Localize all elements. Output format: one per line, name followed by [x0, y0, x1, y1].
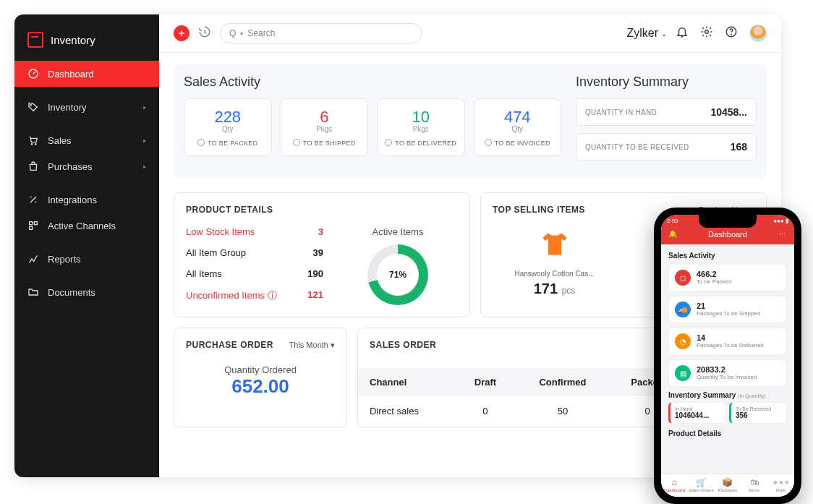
gear-icon[interactable]: [700, 25, 713, 41]
po-label: Quantity Ordered: [186, 364, 335, 375]
sa-card-invoiced[interactable]: 474 Qty TO BE INVOICED: [474, 98, 562, 156]
mobile-sa-value: 21: [697, 302, 760, 310]
svg-point-7: [705, 30, 709, 34]
sa-card-packed[interactable]: 228 Qty TO BE PACKED: [184, 98, 272, 156]
bell-icon[interactable]: 🔔: [668, 230, 677, 238]
package-icon: 📦: [715, 477, 741, 487]
history-icon[interactable]: [198, 25, 211, 41]
top-selling-title: TOP SELLING ITEMS: [493, 205, 585, 215]
sidebar-item-purchases[interactable]: Purchases ▸: [14, 153, 159, 179]
sidebar-item-reports[interactable]: Reports: [14, 246, 159, 272]
sidebar-item-inventory[interactable]: Inventory ▸: [14, 94, 159, 120]
po-value: 652.00: [186, 375, 335, 398]
product-image-icon: [493, 225, 616, 265]
folder-icon: [27, 286, 39, 298]
chevron-right-icon: ▸: [143, 137, 146, 144]
sidebar-item-label: Integrations: [48, 195, 97, 205]
mobile-nav-sales-orders[interactable]: 🛒Sales Orders: [688, 477, 715, 492]
mobile-sa-card-shipped[interactable]: 🚚 21 Packages To be Shipped: [668, 296, 787, 323]
mobile-time: 2:59: [667, 218, 678, 224]
mobile-inv-value: 356: [736, 411, 782, 419]
product-unit: pcs: [562, 286, 576, 296]
mobile-sa-card-invoiced[interactable]: ▤ 20833.2 Quantity To be Invoiced: [668, 359, 787, 387]
mobile-inv-title: Inventory Summary (In Quantity): [668, 391, 787, 399]
cart-icon: [27, 134, 39, 146]
donut-chart: 71%: [367, 244, 428, 305]
sales-activity-cards: 228 Qty TO BE PACKED 6 Pkgs TO BE SHIPPE…: [184, 98, 561, 156]
active-items-label: Active Items: [338, 226, 458, 237]
product-count: 171 pcs: [493, 281, 616, 297]
mobile-sa-value: 20833.2: [697, 366, 757, 374]
signal-icon: ●●● ▮: [773, 218, 788, 224]
quick-create-button[interactable]: +: [174, 25, 190, 41]
mobile-sa-card-delivered[interactable]: ◔ 14 Packages To be Delivered: [668, 328, 787, 355]
sa-value: 474: [479, 108, 557, 127]
mobile-sa-value: 466.2: [697, 270, 731, 278]
chevron-right-icon: ▸: [143, 163, 146, 170]
bell-icon[interactable]: [676, 25, 689, 41]
cell-confirmed: 50: [516, 396, 610, 427]
channels-icon: [27, 220, 39, 231]
check-circle-icon: [197, 139, 205, 146]
sidebar-nav: Dashboard Inventory ▸ Sales ▸ Purchases …: [14, 61, 159, 305]
avatar[interactable]: [749, 25, 767, 42]
sidebar-item-documents[interactable]: Documents: [14, 279, 159, 305]
sa-label: TO BE INVOICED: [479, 139, 557, 147]
sidebar-item-sales[interactable]: Sales ▸: [14, 127, 159, 153]
search-input[interactable]: Q ▾ Search: [220, 23, 422, 43]
inv-label: QUANTITY IN HAND: [585, 108, 657, 116]
pd-stat-low-stock[interactable]: Low Stock Items 3: [186, 226, 323, 237]
clock-icon: ◔: [675, 333, 691, 349]
svg-rect-6: [30, 226, 33, 229]
mobile-nav-items[interactable]: 🛍Items: [741, 477, 767, 492]
sa-card-shipped[interactable]: 6 Pkgs TO BE SHIPPED: [281, 98, 369, 156]
sidebar-item-dashboard[interactable]: Dashboard: [14, 61, 159, 87]
sidebar-item-active-channels[interactable]: Active Channels: [14, 213, 159, 239]
product-details-card: PRODUCT DETAILS Low Stock Items 3 All It…: [174, 192, 470, 317]
pd-stat-all-items[interactable]: All Items 190: [186, 268, 323, 279]
home-icon: ⌂: [661, 477, 688, 487]
sidebar-item-integrations[interactable]: Integrations: [14, 187, 159, 213]
top-selling-item[interactable]: Hanswooly Cotton Cas... 171 pcs: [493, 225, 616, 297]
col-channel: Channel: [358, 370, 455, 396]
sidebar-item-label: Purchases: [48, 161, 92, 172]
sa-unit: Pkgs: [286, 125, 364, 133]
sa-unit: Qty: [189, 125, 267, 133]
mobile-preview: 2:59 ●●● ▮ 🔔 Dashboard ⋯ Sales Activity …: [654, 208, 801, 504]
donut-value: 71%: [377, 254, 419, 296]
help-icon[interactable]: [725, 25, 738, 41]
mobile-screen: 2:59 ●●● ▮ 🔔 Dashboard ⋯ Sales Activity …: [661, 215, 794, 497]
org-switcher[interactable]: Zylker ⌄: [626, 27, 667, 40]
inv-value: 10458...: [710, 106, 747, 118]
caret-down-icon: ▾: [331, 341, 335, 349]
mobile-nav-more[interactable]: ∘∘∘More: [767, 477, 794, 492]
pd-value: 190: [307, 268, 323, 279]
product-name: Hanswooly Cotton Cas...: [493, 270, 616, 278]
active-items-chart: Active Items 71%: [338, 226, 458, 305]
more-icon[interactable]: ⋯: [779, 230, 787, 238]
brand-name: Inventory: [51, 34, 95, 46]
chevron-down-icon: ▾: [240, 30, 243, 37]
svg-point-2: [31, 144, 32, 145]
sales-activity-panel: Sales Activity 228 Qty TO BE PACKED 6 Pk…: [184, 74, 561, 168]
pd-stat-unconfirmed[interactable]: Unconfirmed Items ⓘ 121: [186, 289, 323, 302]
mobile-nav-dashboard[interactable]: ⌂Dashboard: [661, 477, 688, 492]
bag-icon: 🛍: [741, 477, 767, 487]
mobile-sa-label: Quantity To be Invoiced: [697, 374, 757, 380]
mobile-header: 🔔 Dashboard ⋯: [661, 226, 794, 244]
pd-stat-item-group[interactable]: All Item Group 39: [186, 247, 323, 258]
mobile-inv-label: To Be Received: [736, 406, 782, 411]
mobile-nav-packages[interactable]: 📦Packages: [715, 477, 741, 492]
svg-rect-4: [30, 222, 33, 225]
sa-card-delivered[interactable]: 10 Pkgs TO BE DELIVERED: [377, 98, 465, 156]
mobile-sa-card-packed[interactable]: ◻ 466.2 To be Packed: [668, 264, 787, 291]
mobile-sa-label: To be Packed: [697, 278, 731, 285]
purchase-order-period-dropdown[interactable]: This Month ▾: [289, 341, 335, 350]
col-draft: Draft: [455, 370, 516, 396]
mobile-bottom-nav: ⌂Dashboard 🛒Sales Orders 📦Packages 🛍Item…: [661, 474, 794, 497]
pd-value: 3: [318, 226, 323, 237]
more-icon: ∘∘∘: [767, 477, 794, 487]
inv-row-to-receive: QUANTITY TO BE RECEIVED 168: [576, 133, 757, 161]
sidebar-item-label: Reports: [48, 254, 81, 265]
svg-point-1: [30, 105, 31, 106]
